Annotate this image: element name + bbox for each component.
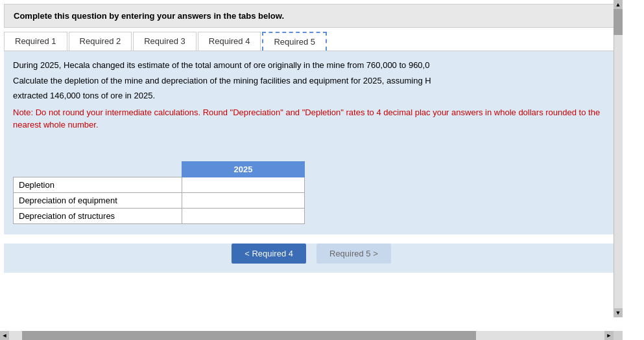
data-table: 2025 Depletion Depreciation of equipment (13, 161, 305, 224)
description-line2: Calculate the depletion of the mine and … (13, 74, 610, 87)
description-note: Note: Do not round your intermediate cal… (13, 106, 610, 131)
main-container: Complete this question by entering your … (0, 0, 623, 340)
scroll-down-arrow[interactable]: ▼ (614, 308, 623, 317)
row-input-depletion[interactable] (182, 177, 304, 193)
scrollbar-corner (614, 331, 623, 340)
col-header-year: 2025 (182, 162, 304, 177)
table-row: Depreciation of structures (14, 209, 305, 224)
tab-required-1[interactable]: Required 1 (4, 32, 67, 51)
tab-required-3[interactable]: Required 3 (133, 32, 197, 51)
instruction-text: Complete this question by entering your … (14, 11, 284, 21)
depletion-input[interactable] (182, 177, 304, 192)
scroll-track-h[interactable] (9, 331, 604, 340)
tab-required-2[interactable]: Required 2 (69, 32, 132, 51)
row-label-depletion: Depletion (14, 177, 182, 193)
scroll-up-arrow[interactable]: ▲ (614, 0, 623, 9)
row-label-struct: Depreciation of structures (14, 209, 182, 224)
next-button-label: Required 5 > (329, 249, 378, 258)
table-row: Depreciation of equipment (14, 193, 305, 209)
table-wrapper: 2025 Depletion Depreciation of equipment (4, 155, 619, 234)
scrollbar-thumb[interactable] (614, 9, 623, 35)
scrollbar-vertical[interactable]: ▲ ▼ (614, 0, 623, 317)
description-line3: extracted 146,000 tons of ore in 2025. (13, 89, 610, 102)
col-header-empty (14, 162, 182, 177)
tabs-area: Required 1 Required 2 Required 3 Require… (4, 28, 619, 51)
tab-required-4[interactable]: Required 4 (198, 32, 261, 51)
row-label-equip: Depreciation of equipment (14, 193, 182, 209)
nav-buttons: < Required 4 Required 5 > (4, 244, 619, 273)
scroll-thumb-h[interactable] (22, 331, 476, 340)
scrollbar-horizontal[interactable]: ◄ ► (0, 331, 614, 340)
depreciation-equipment-input[interactable] (182, 193, 304, 208)
next-button[interactable]: Required 5 > (316, 244, 391, 264)
prev-button-label: < Required 4 (244, 249, 293, 258)
instruction-bar: Complete this question by entering your … (4, 4, 619, 28)
depreciation-structures-input[interactable] (182, 209, 304, 223)
tab-required-5[interactable]: Required 5 (262, 32, 327, 51)
row-input-equip[interactable] (182, 193, 304, 209)
prev-button[interactable]: < Required 4 (232, 244, 306, 264)
scroll-right-arrow[interactable]: ► (604, 331, 614, 340)
scroll-left-arrow[interactable]: ◄ (0, 331, 9, 340)
row-input-struct[interactable] (182, 209, 304, 224)
table-row: Depletion (14, 177, 305, 193)
description-area: During 2025, Hecala changed its estimate… (4, 51, 619, 155)
description-line1: During 2025, Hecala changed its estimate… (13, 59, 610, 72)
